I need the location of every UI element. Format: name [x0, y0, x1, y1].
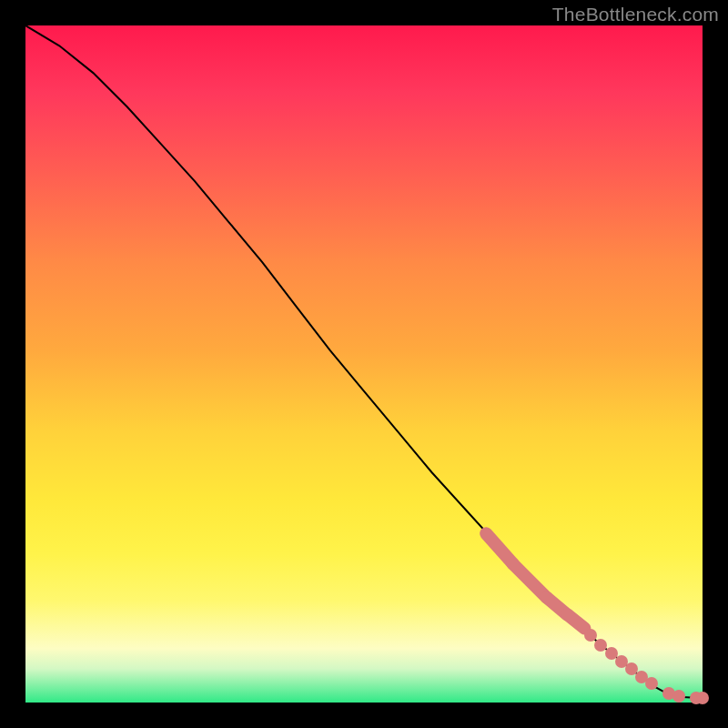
- watermark-text: TheBottleneck.com: [552, 4, 719, 25]
- highlight-point: [645, 677, 658, 690]
- chart-plot-area: [25, 25, 703, 703]
- highlight-point: [672, 690, 685, 703]
- highlight-point: [584, 629, 597, 642]
- curve-svg: [25, 25, 703, 703]
- highlight-point: [696, 692, 709, 704]
- curve-line: [25, 25, 703, 698]
